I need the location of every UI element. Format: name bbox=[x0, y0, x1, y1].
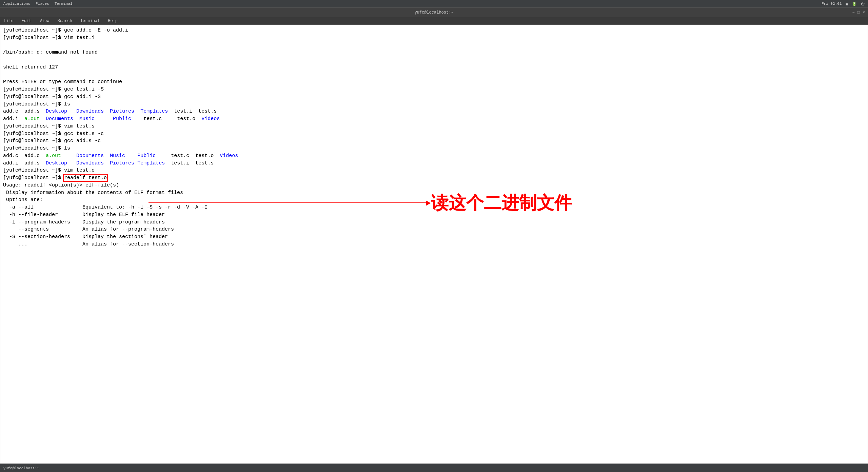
line-options: Options are: bbox=[3, 196, 865, 204]
line-9: [yufc@localhost ~]$ ls bbox=[3, 145, 865, 152]
line-opt-h: -h --file-header Display the ELF file he… bbox=[3, 211, 865, 219]
line-7: [yufc@localhost ~]$ gcc test.s -c bbox=[3, 130, 865, 138]
terminal-content[interactable]: [yufc@localhost ~]$ gcc add.c -E -o add.… bbox=[0, 25, 868, 464]
line-ls3: add.c add.o a.out Documents Music Public… bbox=[3, 152, 865, 160]
line-ls4: add.i add.s Desktop Downloads Pictures T… bbox=[3, 160, 865, 167]
terminal-menu[interactable]: Terminal bbox=[55, 2, 73, 6]
status-text: yufc@localhost:~ bbox=[3, 466, 39, 470]
line-opt-segments: --segments An alias for --program-header… bbox=[3, 226, 865, 233]
line-blank-2 bbox=[3, 56, 865, 64]
minimize-button[interactable]: − bbox=[852, 10, 854, 15]
line-8: [yufc@localhost ~]$ gcc add.s -c bbox=[3, 137, 865, 145]
line-6: [yufc@localhost ~]$ vim test.s bbox=[3, 123, 865, 130]
battery-icon: 🔋 bbox=[852, 2, 857, 6]
line-press-enter: Press ENTER or type command to continue bbox=[3, 78, 865, 86]
line-5: [yufc@localhost ~]$ ls bbox=[3, 101, 865, 108]
line-4: [yufc@localhost ~]$ gcc add.i -S bbox=[3, 93, 865, 101]
system-time: Fri 02:01 bbox=[822, 2, 842, 6]
menu-view[interactable]: View bbox=[38, 18, 51, 24]
line-10: [yufc@localhost ~]$ vim test.o bbox=[3, 167, 865, 174]
maximize-button[interactable]: □ bbox=[857, 10, 860, 15]
places-menu[interactable]: Places bbox=[36, 2, 49, 6]
window-controls: − □ × bbox=[852, 10, 865, 15]
menu-help[interactable]: Help bbox=[106, 18, 119, 24]
system-bar-right: Fri 02:01 ▣ 🔋 ⏻ bbox=[822, 2, 865, 6]
menu-bar: File Edit View Search Terminal Help bbox=[0, 17, 868, 25]
line-display: Display information about the contents o… bbox=[3, 189, 865, 197]
line-blank-3 bbox=[3, 71, 865, 79]
menu-edit[interactable]: Edit bbox=[20, 18, 33, 24]
line-2: [yufc@localhost ~]$ vim test.i bbox=[3, 34, 865, 42]
title-bar: yufc@localhost:~ − □ × bbox=[0, 8, 868, 17]
menu-terminal[interactable]: Terminal bbox=[79, 18, 101, 24]
line-bash-error: /bin/bash: q: command not found bbox=[3, 49, 865, 56]
power-icon[interactable]: ⏻ bbox=[861, 2, 865, 6]
line-1: [yufc@localhost ~]$ gcc add.c -E -o add.… bbox=[3, 27, 865, 34]
line-opt-a: -a --all Equivalent to: -h -l -S -s -r -… bbox=[3, 204, 865, 211]
line-ls1: add.c add.s Desktop Downloads Pictures T… bbox=[3, 108, 865, 115]
line-opt-cut: ... An alias for --section-headers bbox=[3, 241, 865, 248]
network-icon: ▣ bbox=[846, 2, 848, 6]
menu-file[interactable]: File bbox=[2, 18, 15, 24]
terminal-window: yufc@localhost:~ − □ × File Edit View Se… bbox=[0, 7, 868, 464]
line-usage: Usage: readelf <option(s)> elf-file(s) bbox=[3, 182, 865, 189]
apps-menu[interactable]: Applications bbox=[3, 2, 30, 6]
line-3: [yufc@localhost ~]$ gcc test.i -S bbox=[3, 86, 865, 93]
status-bar: yufc@localhost:~ bbox=[0, 464, 868, 472]
line-11: [yufc@localhost ~]$ readelf test.o bbox=[3, 174, 865, 182]
window-title: yufc@localhost:~ bbox=[414, 10, 453, 15]
line-opt-s: -S --section-headers Display the section… bbox=[3, 233, 865, 241]
close-button[interactable]: × bbox=[863, 10, 865, 15]
line-ls2: add.i a.out Documents Music Public test.… bbox=[3, 115, 865, 123]
menu-search[interactable]: Search bbox=[56, 18, 73, 24]
line-blank-1 bbox=[3, 42, 865, 49]
system-bar: Applications Places Terminal Fri 02:01 ▣… bbox=[0, 0, 868, 7]
system-bar-left: Applications Places Terminal bbox=[3, 2, 73, 6]
line-shell-returned: shell returned 127 bbox=[3, 64, 865, 71]
line-opt-l: -l --program-headers Display the program… bbox=[3, 219, 865, 226]
